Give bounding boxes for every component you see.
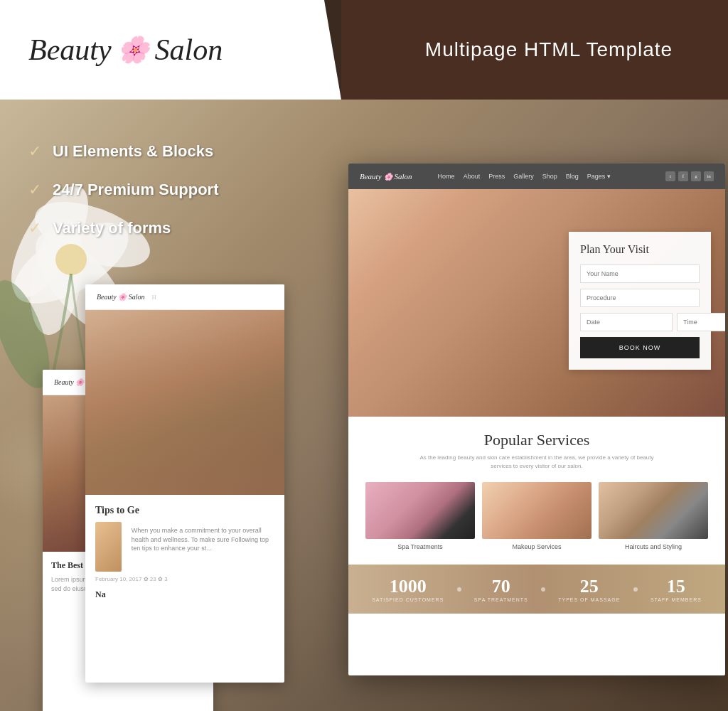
stat-number-customers: 1000: [390, 576, 427, 597]
hero-section: ✓ UI Elements & Blocks ✓ 24/7 Premium Su…: [0, 100, 728, 711]
makeup-services-label: Makeup Services: [482, 543, 592, 550]
page2-hero-image: [85, 310, 284, 495]
logo: Beauty 🌸 Salon: [28, 33, 223, 67]
nav-shop: Shop: [542, 173, 557, 180]
nav-logo-text: Beauty: [360, 172, 382, 181]
spa-treatments-label: Spa Treatments: [365, 543, 475, 550]
nav-blog: Blog: [566, 173, 579, 180]
stat-label-spa: SPA TREATMENTS: [474, 597, 528, 602]
twitter-icon: t: [665, 171, 675, 181]
procedure-input[interactable]: [580, 289, 700, 307]
date-time-row: [580, 313, 700, 331]
logo-text-2: Salon: [155, 33, 223, 67]
page2-person-overlay: [85, 338, 284, 495]
facebook-icon: f: [678, 171, 688, 181]
nav-about: About: [464, 173, 481, 180]
stat-staff: 15 STAFF MEMBERS: [651, 576, 702, 602]
services-section: Popular Services As the leading beauty a…: [348, 417, 725, 565]
nav-links: Home About Press Gallery Shop Blog Pages…: [438, 173, 654, 180]
nav-logo-icon: 🌸: [384, 173, 392, 181]
header-tagline: Multipage HTML Template: [425, 38, 673, 61]
service-card-makeup: Makeup Services: [482, 482, 592, 550]
stat-massage: 25 TYPES OF MASSAGE: [558, 576, 620, 602]
checkmark-icon-2: ✓: [28, 181, 41, 199]
logo-text-1: Beauty: [28, 33, 112, 67]
page2-header: Beauty 🌸 Salon H: [85, 284, 284, 310]
google-icon: g: [691, 171, 701, 181]
stat-separator-2: [541, 587, 545, 592]
nav-logo-text-2: Salon: [395, 172, 412, 181]
main-hero-image: Plan Your Visit BOOK NOW: [348, 189, 725, 417]
stat-number-staff: 15: [667, 576, 685, 597]
page2-subtitle: Na: [95, 589, 274, 600]
header-tagline-section: Multipage HTML Template: [341, 0, 728, 100]
name-input[interactable]: [580, 264, 700, 283]
stat-label-massage: TYPES OF MASSAGE: [558, 597, 620, 602]
checkmark-icon-1: ✓: [28, 142, 41, 161]
stat-number-spa: 70: [492, 576, 510, 597]
stats-strip: 1000 SATISFIED CUSTOMERS 70 SPA TREATMEN…: [348, 565, 725, 614]
services-grid: Spa Treatments Makeup Services Haircuts …: [365, 482, 708, 550]
main-page-preview: Beauty 🌸 Salon Home About Press Gallery …: [348, 164, 725, 675]
stat-label-staff: STAFF MEMBERS: [651, 597, 702, 602]
feature-text-1: UI Elements & Blocks: [53, 142, 213, 161]
page2-logo: Beauty 🌸 Salon: [97, 293, 145, 301]
visit-form[interactable]: Plan Your Visit BOOK NOW: [569, 232, 711, 370]
social-icons: t f g in: [665, 171, 714, 181]
stat-label-customers: SATISFIED CUSTOMERS: [372, 597, 444, 602]
header: Beauty 🌸 Salon Multipage HTML Template: [0, 0, 728, 100]
checkmark-icon-3: ✓: [28, 219, 41, 237]
stat-separator-3: [633, 587, 638, 592]
feature-text-3: Variety of forms: [53, 219, 171, 237]
book-now-button[interactable]: BOOK NOW: [580, 337, 700, 358]
page2-thumbnail: [95, 522, 122, 572]
feature-item-2: ✓ 24/7 Premium Support: [28, 181, 219, 199]
feature-text-2: 24/7 Premium Support: [53, 181, 219, 199]
page2-nav-placeholder: H: [152, 294, 157, 301]
nav-home: Home: [438, 173, 455, 180]
time-input[interactable]: [677, 313, 725, 331]
service-card-hair: Haircuts and Styling: [599, 482, 708, 550]
stat-number-massage: 25: [580, 576, 599, 597]
stat-spa: 70 SPA TREATMENTS: [474, 576, 528, 602]
date-input[interactable]: [580, 313, 673, 331]
page2-blog-title: Tips to Ge: [95, 505, 274, 516]
nav-press: Press: [488, 173, 505, 180]
page-preview-2: Beauty 🌸 Salon H Tips to Ge When you mak…: [85, 284, 284, 683]
dot-icon-2: [541, 587, 545, 592]
services-title: Popular Services: [365, 431, 708, 449]
service-card-spa: Spa Treatments: [365, 482, 475, 550]
linkedin-icon: in: [704, 171, 714, 181]
header-logo-section: Beauty 🌸 Salon: [0, 0, 341, 100]
dot-icon-3: [633, 587, 638, 592]
services-subtitle: As the leading beauty and skin care esta…: [365, 454, 708, 471]
visit-form-title: Plan Your Visit: [580, 243, 700, 256]
stat-customers: 1000 SATISFIED CUSTOMERS: [372, 576, 444, 602]
logo-flower-icon: 🌸: [117, 35, 149, 65]
makeup-services-image: [482, 482, 592, 539]
feature-item-1: ✓ UI Elements & Blocks: [28, 142, 219, 161]
feature-item-3: ✓ Variety of forms: [28, 219, 219, 237]
main-nav-logo: Beauty 🌸 Salon: [360, 172, 412, 181]
page2-body-text: When you make a commitment to your overa…: [132, 526, 274, 553]
dot-icon-1: [457, 587, 461, 592]
feature-list: ✓ UI Elements & Blocks ✓ 24/7 Premium Su…: [28, 142, 219, 257]
main-page-nav: Beauty 🌸 Salon Home About Press Gallery …: [348, 164, 725, 189]
page2-content: Tips to Ge When you make a commitment to…: [85, 495, 284, 610]
stat-separator-1: [457, 587, 461, 592]
haircuts-styling-image: [599, 482, 708, 539]
nav-pages: Pages ▾: [587, 173, 611, 180]
nav-gallery: Gallery: [513, 173, 534, 180]
haircuts-styling-label: Haircuts and Styling: [599, 543, 708, 550]
spa-treatments-image: [365, 482, 475, 539]
page2-meta: February 10, 2017 ✿ 23 ✿ 3: [95, 576, 274, 582]
